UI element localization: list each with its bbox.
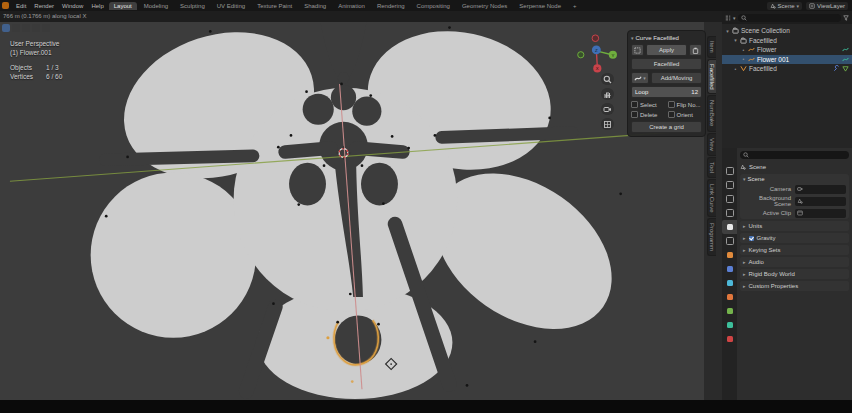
snapping-icon[interactable] [32, 24, 40, 32]
properties-tab-view-layer[interactable] [722, 206, 737, 220]
breadcrumb-scene[interactable]: Scene [749, 164, 766, 170]
section-audio[interactable]: ▸Audio [740, 257, 849, 267]
workspace-tab-serpense-node[interactable]: Serpense Node [514, 2, 566, 10]
viewlayer-selector[interactable]: ViewLayer [806, 2, 848, 10]
properties-search[interactable] [740, 150, 849, 159]
box-select-button[interactable] [631, 44, 644, 56]
blender-logo-icon[interactable] [2, 2, 9, 9]
mesh-icon[interactable] [842, 65, 849, 72]
properties-tab-physics[interactable] [722, 290, 737, 304]
proportional-edit-icon[interactable] [42, 24, 50, 32]
select-checkbox[interactable]: Select [631, 101, 666, 108]
expand-caret-icon[interactable]: ▾ [725, 28, 730, 34]
section-units[interactable]: ▸Units [740, 221, 849, 231]
workspace-tab-layout[interactable]: Layout [109, 2, 137, 10]
viewport-canvas[interactable]: Z Y X [0, 11, 722, 400]
scene-selector[interactable]: Scene ▾ [767, 2, 803, 10]
outliner-row-flower[interactable]: •Flower [722, 45, 852, 55]
pan-tool-button[interactable] [601, 88, 614, 100]
properties-tab-constraints[interactable] [722, 304, 737, 318]
sidebar-tab-programm[interactable]: Programm [707, 218, 716, 256]
outliner-editor-icon[interactable] [725, 15, 731, 21]
sidebar-tab-view[interactable]: View [707, 133, 716, 156]
item-dot-icon: • [741, 56, 746, 62]
workspace-tab-animation[interactable]: Animation [333, 2, 370, 10]
workspace-tab-geometry-nodes[interactable]: Geometry Nodes [457, 2, 512, 10]
modifier-icon[interactable] [833, 65, 840, 72]
top-menu-bar: EditRenderWindowHelp LayoutModelingSculp… [0, 0, 852, 11]
sidebar-tab-facefilled[interactable]: Facefilled [707, 59, 716, 95]
section-custom-properties[interactable]: ▸Custom Properties [740, 281, 849, 291]
sidebar-tab-item[interactable]: Item [707, 36, 716, 58]
menu-help[interactable]: Help [87, 3, 107, 9]
zoom-tool-button[interactable] [601, 73, 614, 85]
copy-button[interactable] [689, 44, 702, 56]
sidebar-tab-link-curve[interactable]: Link Curve [707, 179, 716, 218]
outliner-row-flower-001[interactable]: •Flower 001 [722, 55, 852, 65]
workspace-tab-texture-paint[interactable]: Texture Paint [252, 2, 297, 10]
facefilled-button[interactable]: Facefilled [631, 58, 702, 70]
apply-button[interactable]: Apply [646, 44, 687, 56]
camera-field[interactable] [795, 185, 846, 194]
delete-checkbox[interactable]: Delete [631, 111, 666, 118]
menu-window[interactable]: Window [58, 3, 87, 9]
properties-tab-output[interactable] [722, 192, 737, 206]
menu-edit[interactable]: Edit [12, 3, 30, 9]
section-rigid-body-world[interactable]: ▸Rigid Body World [740, 269, 849, 279]
curve-type-dropdown[interactable]: ▾ [631, 72, 649, 84]
viewlayer-icon [809, 3, 815, 9]
workspace-tab-uv-editing[interactable]: UV Editing [212, 2, 250, 10]
camera-icon [797, 186, 803, 192]
section-keying-sets[interactable]: ▸Keying Sets [740, 245, 849, 255]
sidebar-tab-tool[interactable]: Tool [707, 157, 716, 178]
sidebar-tab-numbake[interactable]: NumBake [707, 95, 716, 131]
add-moving-button[interactable]: Add/Moving [651, 72, 702, 84]
loop-slider[interactable]: Loop 12 [631, 86, 702, 98]
flip-normals-checkbox[interactable]: Flip No... [668, 101, 703, 108]
outliner-row-scene-collection[interactable]: ▾Scene Collection [722, 26, 852, 36]
nav-gizmo[interactable]: Z Y X [578, 35, 617, 73]
search-icon [741, 15, 747, 21]
hand-icon [603, 90, 612, 99]
toggle-perspective-button[interactable] [601, 118, 614, 130]
properties-tab-object[interactable] [722, 248, 737, 262]
properties-tab-scene[interactable] [722, 220, 737, 234]
expand-caret-icon[interactable]: ▾ [733, 37, 738, 43]
camera-view-button[interactable] [601, 103, 614, 115]
workspace-tab-sculpting[interactable]: Sculpting [175, 2, 210, 10]
outliner-row-facefilled[interactable]: ▾Facefilled [722, 36, 852, 46]
display-mode-dropdown[interactable]: ▾ [733, 15, 736, 21]
section-gravity[interactable]: ▸Gravity [740, 233, 849, 243]
create-grid-button[interactable]: Create a grid [631, 121, 702, 133]
gravity-checkbox[interactable] [749, 236, 754, 241]
properties-tab-modifiers[interactable] [722, 262, 737, 276]
viewport-3d[interactable]: Z Y X User Perspective (1) Flower.001 Ob… [0, 11, 722, 400]
curve-facefilled-panel: ▾ Curve Facefilled Apply Facefilled ▾ [627, 30, 706, 137]
properties-tab-particles[interactable] [722, 276, 737, 290]
menu-render[interactable]: Render [30, 3, 58, 9]
outliner-row-facefilled[interactable]: •Facefilled [722, 64, 852, 74]
workspace-tab-shading[interactable]: Shading [299, 2, 331, 10]
outliner-search-input[interactable] [738, 14, 841, 22]
mode-select-icon[interactable] [12, 24, 20, 32]
background-scene-field[interactable] [795, 197, 846, 206]
active-clip-field[interactable] [795, 209, 846, 218]
chevron-down-icon[interactable]: ▾ [631, 35, 634, 41]
orient-checkbox[interactable]: Orient [668, 111, 703, 118]
editor-type-icon[interactable] [2, 24, 10, 32]
workspace-tab-modeling[interactable]: Modeling [139, 2, 173, 10]
render-icon [726, 181, 734, 189]
workspace-tab-rendering[interactable]: Rendering [372, 2, 410, 10]
curve-data-icon[interactable] [842, 56, 849, 63]
properties-tab-render[interactable] [722, 178, 737, 192]
curve-data-icon[interactable] [842, 46, 849, 53]
workspace-tab--[interactable]: + [568, 2, 582, 10]
properties-tab-world[interactable] [722, 234, 737, 248]
properties-tab-material[interactable] [722, 332, 737, 346]
transform-orientation-icon[interactable] [22, 24, 30, 32]
scene-section-header[interactable]: ▾ Scene [740, 174, 849, 183]
properties-tab-tool[interactable] [722, 164, 737, 178]
filter-icon[interactable] [843, 15, 849, 21]
properties-tab-object-data[interactable] [722, 318, 737, 332]
workspace-tab-compositing[interactable]: Compositing [412, 2, 455, 10]
